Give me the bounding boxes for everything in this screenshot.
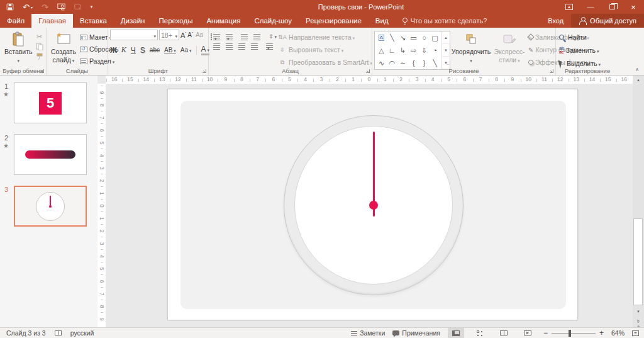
language-indicator[interactable]: русский [70, 329, 94, 337]
grow-font-button[interactable]: Аˆ [180, 31, 186, 39]
clock-center-dot[interactable] [369, 201, 378, 210]
zoom-out-icon[interactable]: − [543, 329, 548, 337]
line-spacing-button[interactable]: ⇕ [269, 33, 277, 40]
close-icon[interactable]: × [623, 0, 644, 14]
shape-diagonal-line-icon[interactable]: ╲ [433, 60, 437, 67]
shape-down-arrow-icon[interactable]: ⇩ [421, 47, 427, 54]
shrink-font-button[interactable]: Аˇ [187, 31, 193, 38]
shape-text-box-icon[interactable]: A [379, 35, 384, 41]
align-text-button[interactable]: ⇳Выровнять текст [277, 44, 374, 55]
shape-line-arrow-icon[interactable]: ↘ [400, 35, 406, 42]
text-shadow-button[interactable]: S [140, 46, 145, 55]
shape-rectangle-icon[interactable]: ▭ [410, 35, 416, 42]
align-right-button[interactable] [238, 43, 245, 44]
font-dialog-launcher[interactable] [203, 69, 206, 73]
shape-line-icon[interactable]: ╲ [390, 35, 394, 42]
paragraph-dialog-launcher[interactable] [366, 69, 370, 73]
new-slide-button[interactable]: Создать слайд [48, 30, 79, 66]
shape-curve-icon[interactable]: ∼ [400, 60, 406, 67]
italic-button[interactable]: К [121, 45, 126, 55]
change-case-button[interactable]: Aa [180, 47, 192, 54]
shape-right-arrow-icon[interactable]: ⇨ [411, 47, 416, 54]
shape-left-brace-icon[interactable]: { [413, 60, 415, 67]
tab-переходы[interactable]: Переходы [152, 14, 199, 28]
tab-дизайн[interactable]: Дизайн [114, 14, 152, 28]
shape-arc-icon[interactable]: ◠ [389, 60, 396, 67]
save-icon[interactable] [6, 3, 14, 11]
zoom-percentage[interactable]: 64% [611, 329, 625, 337]
paste-button[interactable]: Вставить [2, 30, 35, 66]
numbering-button[interactable] [226, 34, 233, 35]
clear-formatting-button[interactable]: Ав [196, 31, 203, 38]
shapes-scroll-up-icon[interactable]: ▲ [442, 31, 450, 44]
bullets-button[interactable] [213, 34, 220, 35]
zoom-slider[interactable] [552, 333, 596, 334]
convert-to-smartart-button[interactable]: ⧉Преобразовать в SmartArt [277, 57, 374, 68]
shape-isosceles-triangle-icon[interactable]: △ [379, 47, 384, 54]
view-normal-button[interactable] [448, 328, 464, 338]
slide-canvas[interactable] [167, 89, 578, 320]
share-button[interactable]: Общий доступ [571, 14, 644, 28]
undo-button[interactable]: ↶▾ [23, 3, 33, 12]
shape-oval-icon[interactable]: ○ [422, 35, 426, 42]
notes-toggle[interactable]: Заметки [351, 329, 385, 337]
scroll-down-icon[interactable]: ▼ [633, 307, 644, 316]
increase-indent-button[interactable] [253, 34, 260, 35]
text-direction-button[interactable]: ⇅AНаправление текста [277, 31, 374, 43]
find-button[interactable]: Найти [558, 31, 602, 43]
collapse-ribbon-icon[interactable]: ∧ [635, 67, 639, 72]
zoom-slider-handle[interactable] [569, 330, 571, 337]
restore-icon[interactable] [601, 0, 623, 14]
clock-ring-shape[interactable] [284, 115, 464, 295]
justify-button[interactable] [251, 43, 258, 44]
touch-mode-icon[interactable] [74, 3, 82, 11]
cut-icon[interactable]: ✂ [35, 32, 44, 41]
decrease-indent-button[interactable] [241, 34, 248, 35]
shape-elbow-arrow-connector-icon[interactable]: ↳ [400, 47, 406, 54]
shape-scribble-icon[interactable]: ∿ [379, 60, 384, 67]
fit-to-window-icon[interactable] [632, 330, 639, 336]
sign-in-button[interactable]: Вход [540, 14, 571, 28]
shape-right-brace-icon[interactable]: } [423, 60, 426, 67]
tab-главная[interactable]: Главная [31, 14, 73, 28]
scroll-up-icon[interactable]: ▲ [633, 76, 644, 84]
comments-toggle[interactable]: Примечания [392, 329, 440, 337]
ribbon-display-options-icon[interactable]: ▲ [558, 0, 580, 14]
slide-thumbnail-1[interactable]: 5 [14, 82, 87, 123]
replace-button[interactable]: abacЗаменить [558, 45, 602, 56]
arrange-button[interactable]: Упорядочить [450, 30, 492, 66]
shape-rounded-rectangle-icon[interactable]: ▢ [431, 35, 438, 42]
clipboard-dialog-launcher[interactable] [40, 69, 44, 73]
customize-qat-icon[interactable]: ▾ [91, 4, 93, 9]
drawing-dialog-launcher[interactable] [550, 69, 553, 73]
columns-button[interactable] [266, 43, 273, 44]
spellcheck-icon[interactable] [55, 330, 62, 335]
view-slideshow-button[interactable] [519, 328, 536, 338]
strikethrough-button[interactable]: abc [150, 47, 160, 54]
shape-elbow-connector-icon[interactable]: ∟ [389, 47, 396, 54]
font-name-combo[interactable] [110, 30, 158, 40]
view-slide-sorter-button[interactable] [472, 328, 488, 338]
tab-вид[interactable]: Вид [369, 14, 396, 28]
shape-pie-icon[interactable]: ◔ [433, 47, 437, 54]
zoom-in-icon[interactable]: + [599, 329, 604, 337]
start-slideshow-icon[interactable] [57, 3, 65, 11]
align-center-button[interactable] [226, 43, 233, 44]
format-painter-icon[interactable] [35, 52, 44, 61]
align-left-button[interactable] [213, 43, 220, 44]
minimize-icon[interactable]: — [580, 0, 601, 14]
tab-вставка[interactable]: Вставка [73, 14, 114, 28]
tab-рецензирование[interactable]: Рецензирование [299, 14, 369, 28]
scrollbar-thumb[interactable] [633, 218, 643, 305]
tab-анимация[interactable]: Анимация [199, 14, 247, 28]
quick-styles-button[interactable]: Экспресс- стили [492, 30, 527, 66]
slide-counter[interactable]: Слайд 3 из 3 [6, 329, 46, 337]
slide-thumbnail-2[interactable] [14, 134, 87, 175]
slide-thumbnail-3[interactable] [14, 186, 87, 227]
clock-face-shape[interactable] [294, 126, 453, 284]
font-size-combo[interactable]: 18+ [159, 30, 179, 40]
bold-button[interactable]: Ж [110, 46, 117, 55]
character-spacing-button[interactable]: АВ [164, 47, 176, 54]
copy-icon[interactable] [35, 42, 44, 51]
underline-button[interactable]: Ч [131, 46, 136, 55]
